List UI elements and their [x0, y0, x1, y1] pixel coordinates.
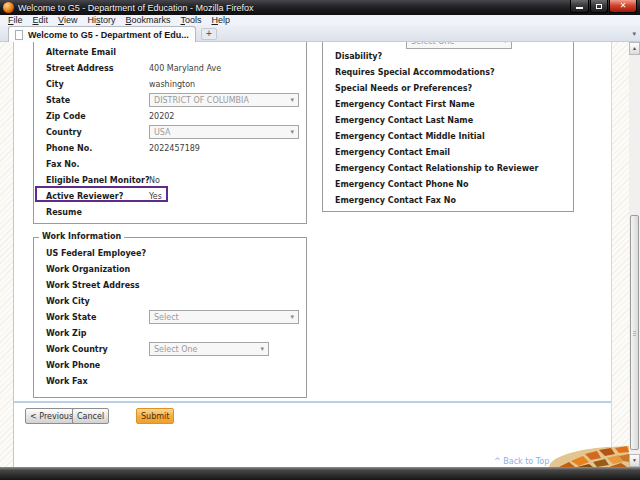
previous-button[interactable]: < Previous: [25, 408, 78, 424]
field-row-active-reviewer: Active Reviewer?Yes: [34, 188, 306, 204]
window-title: Welcome to G5 - Department of Education …: [18, 3, 253, 13]
field-row-us-federal-employee: US Federal Employee?: [34, 245, 306, 261]
field-row-country: CountryUSA▾: [34, 124, 306, 140]
chevron-down-icon: ▾: [290, 97, 294, 104]
field-label: Emergency Contact Email: [335, 148, 450, 157]
field-label: Requires Special Accommodations?: [335, 68, 495, 77]
field-row-emergency-contact-last-name: Emergency Contact Last Name: [323, 112, 573, 128]
left-border-line: [13, 42, 14, 467]
menu-label-part: ile: [14, 15, 23, 25]
field-label: Eligible Panel Monitor?: [46, 176, 149, 185]
window-controls: ✕: [569, 0, 637, 13]
title-bar[interactable]: Welcome to G5 - Department of Education …: [0, 0, 640, 15]
field-label: Resume: [46, 208, 149, 217]
field-row-disability: Disability?: [323, 48, 573, 64]
field-label: Special Needs or Preferences?: [335, 84, 472, 93]
select-work-country[interactable]: Select One▾: [149, 342, 269, 356]
new-tab-button[interactable]: +: [201, 28, 217, 40]
tab-title: Welcome to G5 - Department of Edu...: [28, 30, 189, 40]
field-label: Phone No.: [46, 144, 149, 153]
field-row-emergency-contact-middle-initial: Emergency Contact Middle Initial: [323, 128, 573, 144]
field-row-work-zip: Work Zip: [34, 325, 306, 341]
menu-label-part: iew: [64, 15, 78, 25]
field-row-work-street-address: Work Street Address: [34, 277, 306, 293]
select-work-state[interactable]: Select▾: [149, 310, 299, 324]
field-row-emergency-contact-phone-no: Emergency Contact Phone No: [323, 176, 573, 192]
field-value: 400 Maryland Ave: [149, 64, 221, 73]
field-row-fax-no: Fax No.: [34, 156, 306, 172]
menu-label-part: dit: [39, 15, 49, 25]
menu-history[interactable]: History: [82, 15, 120, 25]
close-icon: ✕: [620, 2, 627, 10]
field-row-resume: Resume: [34, 204, 306, 220]
menu-label-part: Hi: [87, 15, 96, 25]
chevron-down-icon: ▾: [290, 314, 294, 321]
field-row-work-city: Work City: [34, 293, 306, 309]
taskbar: [0, 467, 640, 480]
field-row-work-fax: Work Fax: [34, 373, 306, 389]
field-row-work-country: Work CountrySelect One▾: [34, 341, 306, 357]
select-value: Select One: [411, 42, 455, 46]
menu-help[interactable]: Help: [206, 15, 235, 25]
scrollbar-thumb[interactable]: [630, 215, 639, 450]
personal-info-box: Alternate EmailStreet Address400 Marylan…: [33, 42, 307, 224]
chevron-down-icon: ▾: [503, 42, 507, 45]
close-button[interactable]: ✕: [609, 0, 637, 13]
tab-list-dropdown-icon[interactable]: ▾: [632, 30, 636, 38]
field-value: Yes: [149, 192, 162, 201]
menu-edit[interactable]: Edit: [28, 15, 54, 25]
right-margin-pattern: [612, 42, 629, 467]
vertical-scrollbar[interactable]: ▲ ▼: [629, 42, 640, 467]
field-label: Country: [46, 128, 149, 137]
tab-bar: Welcome to G5 - Department of Edu... + ▾: [0, 25, 640, 42]
scroll-up-icon: ▲: [632, 46, 637, 51]
menu-label-part: elp: [218, 15, 230, 25]
select-value: Select: [154, 313, 179, 322]
menu-label-part: ools: [185, 15, 202, 25]
field-row-eligible-panel-monitor: Eligible Panel Monitor?No: [34, 172, 306, 188]
field-label: Work Country: [46, 345, 149, 354]
scroll-up-button[interactable]: ▲: [629, 42, 640, 55]
select-state[interactable]: DISTRICT OF COLUMBIA▾: [149, 93, 299, 107]
field-label: Emergency Contact Middle Initial: [335, 132, 485, 141]
emergency-info-box: Select One▾Disability?Requires Special A…: [322, 42, 574, 212]
menu-bookmarks[interactable]: Bookmarks: [120, 15, 175, 25]
menu-file[interactable]: File: [3, 15, 28, 25]
tab-welcome-g5[interactable]: Welcome to G5 - Department of Edu...: [8, 26, 196, 42]
field-row-phone-no: Phone No.2022457189: [34, 140, 306, 156]
field-row-emergency-contact-first-name: Emergency Contact First Name: [323, 96, 573, 112]
maximize-button[interactable]: [590, 0, 608, 13]
field-value: washington: [149, 80, 195, 89]
menu-tools[interactable]: Tools: [175, 15, 206, 25]
field-row-emergency-contact-fax-no: Emergency Contact Fax No: [323, 192, 573, 208]
field-row-emergency-contact-relationship-to-reviewer: Emergency Contact Relationship to Review…: [323, 160, 573, 176]
field-row-work-phone: Work Phone: [34, 357, 306, 373]
field-row-work-organization: Work Organization: [34, 261, 306, 277]
scroll-down-button[interactable]: ▼: [629, 454, 640, 467]
select-value: Select One: [154, 345, 198, 354]
field-row-alternate-email: Alternate Email: [34, 44, 306, 60]
field-row-emergency-contact-email: Emergency Contact Email: [323, 144, 573, 160]
field-label: City: [46, 80, 149, 89]
field-row-requires-special-accommodations: Requires Special Accommodations?: [323, 64, 573, 80]
submit-button[interactable]: Submit: [136, 408, 174, 424]
field-label: Emergency Contact Fax No: [335, 196, 456, 205]
field-label: Fax No.: [46, 160, 149, 169]
field-row-work-state: Work StateSelect▾: [34, 309, 306, 325]
field-row-special-needs-or-preferences: Special Needs or Preferences?: [323, 80, 573, 96]
firefox-window: Welcome to G5 - Department of Education …: [0, 0, 640, 480]
minimize-button[interactable]: [570, 0, 589, 13]
firefox-icon: [3, 2, 14, 13]
field-label: Alternate Email: [46, 48, 149, 57]
scrollbar-grip: [633, 331, 636, 336]
select-value: USA: [154, 128, 171, 137]
cancel-button[interactable]: Cancel: [72, 408, 109, 424]
menu-bar: FileEditViewHistoryBookmarksToolsHelp: [0, 15, 640, 25]
field-label: Disability?: [335, 52, 382, 61]
left-margin-pattern: [0, 42, 13, 467]
work-information-fieldset: Work Information US Federal Employee?Wor…: [33, 237, 307, 398]
menu-view[interactable]: View: [53, 15, 82, 25]
select-country[interactable]: USA▾: [149, 125, 299, 139]
field-label: Zip Code: [46, 112, 149, 121]
back-to-top-link[interactable]: ^ Back to Top: [494, 457, 549, 466]
